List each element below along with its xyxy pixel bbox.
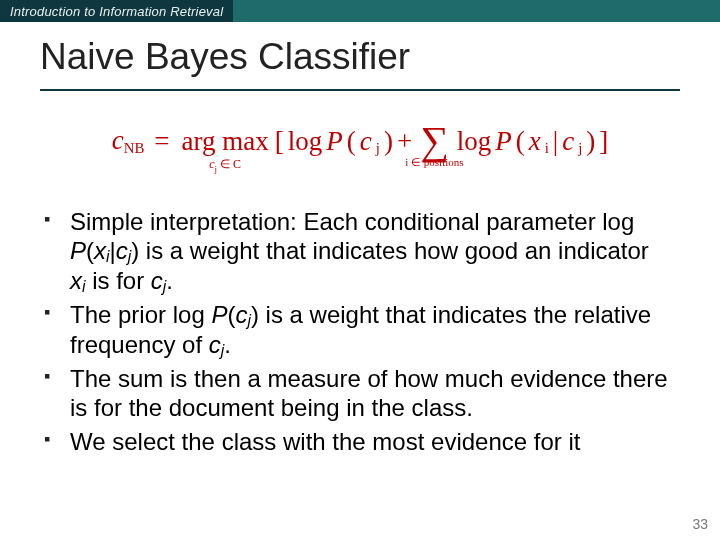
rbracket: ]	[599, 126, 608, 157]
title-wrap: Naive Bayes Classifier	[0, 22, 720, 79]
bullet-2: The prior log P(cj) is a weight that ind…	[70, 300, 670, 360]
argmax-under: cj ∈ C	[209, 157, 241, 174]
b4-text: We select the class with the most eviden…	[70, 428, 580, 455]
open1: (	[347, 126, 356, 157]
open2: (	[516, 126, 525, 157]
argmax-under-set: ∈ C	[217, 157, 241, 171]
c2: c	[562, 126, 574, 157]
argmax: arg max cj ∈ C	[180, 126, 271, 157]
P2: P	[495, 126, 512, 157]
bullet-4: We select the class with the most eviden…	[70, 427, 670, 456]
lhs-var: c	[112, 125, 124, 155]
slide-title: Naive Bayes Classifier	[40, 38, 680, 77]
c1: c	[360, 126, 372, 157]
b1-c: c	[116, 237, 128, 264]
formula-lhs: cNB	[112, 125, 145, 157]
course-label: Introduction to Information Retrieval	[0, 0, 233, 22]
b3-text: The sum is then a measure of how much ev…	[70, 365, 668, 421]
b1-end: .	[166, 267, 173, 294]
b1-mid: is a weight that indicates how good an i…	[139, 237, 649, 264]
lbracket: [	[275, 126, 284, 157]
log1: log	[288, 126, 323, 157]
slide: Introduction to Information Retrieval Na…	[0, 0, 720, 540]
log2: log	[457, 126, 492, 157]
b2-close: )	[251, 301, 259, 328]
b1-mid2: is for	[85, 267, 150, 294]
b1-P: P	[70, 237, 86, 264]
i-sub: i	[545, 140, 549, 157]
plus: +	[397, 126, 412, 157]
title-rule	[40, 89, 680, 91]
b1-cj-c: c	[151, 267, 163, 294]
b1-x: x	[94, 237, 106, 264]
b2-pre: The prior log	[70, 301, 211, 328]
header-band: Introduction to Information Retrieval	[0, 0, 720, 22]
bar: |	[553, 126, 558, 157]
bullet-3: The sum is then a measure of how much ev…	[70, 364, 670, 423]
b2-c: c	[235, 301, 247, 328]
b1-close: )	[131, 237, 139, 264]
b2-P: P	[211, 301, 227, 328]
equals-sign: =	[148, 126, 175, 157]
b1-pre: Simple interpretation: Each conditional …	[70, 208, 634, 235]
j2: j	[578, 140, 582, 157]
b2-end: .	[224, 331, 231, 358]
bullet-list: Simple interpretation: Each conditional …	[70, 207, 670, 456]
j1: j	[376, 140, 380, 157]
b1-open: (	[86, 237, 94, 264]
bullet-1: Simple interpretation: Each conditional …	[70, 207, 670, 296]
x: x	[529, 126, 541, 157]
formula-main: cNB = arg max cj ∈ C [ log P ( cj ) + ∑ …	[40, 117, 680, 157]
close1: )	[384, 126, 393, 157]
sigma: ∑ i ∈ positions	[416, 117, 453, 157]
close2: )	[586, 126, 595, 157]
argmax-text: arg max	[182, 126, 269, 156]
formula: cNB = arg max cj ∈ C [ log P ( cj ) + ∑ …	[40, 117, 680, 157]
sigma-under: i ∈ positions	[405, 157, 463, 168]
lhs-sub: NB	[124, 140, 145, 156]
b2-cj-c: c	[209, 331, 221, 358]
P1: P	[326, 126, 343, 157]
page-number: 33	[692, 516, 708, 532]
b1-xi-x: x	[70, 267, 82, 294]
